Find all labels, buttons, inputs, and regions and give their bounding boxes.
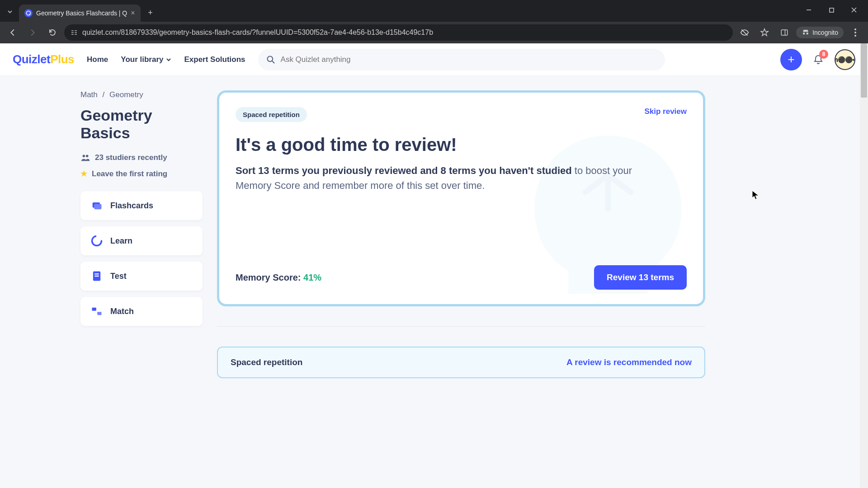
browser-titlebar: Geometry Basics Flashcards | Q × +: [0, 0, 868, 22]
match-button[interactable]: Match: [80, 297, 203, 326]
review-card: Spaced repetition Skip review It's a goo…: [217, 90, 705, 306]
breadcrumb: Math / Geometry: [80, 90, 203, 99]
banner-label: Spaced repetition: [231, 357, 302, 367]
svg-rect-19: [94, 204, 101, 210]
nav-home[interactable]: Home: [87, 55, 108, 64]
close-window-icon[interactable]: [844, 3, 864, 17]
search-input[interactable]: [281, 55, 657, 64]
divider: [217, 326, 705, 327]
svg-rect-24: [92, 308, 96, 311]
page-viewport: QuizletPlus Home Your library Expert Sol…: [0, 43, 868, 488]
review-description: Sort 13 terms you previously reviewed an…: [236, 163, 642, 193]
svg-rect-4: [75, 30, 77, 31]
svg-rect-7: [71, 34, 74, 34]
browser-menu-icon[interactable]: [847, 24, 863, 41]
back-button[interactable]: [5, 24, 21, 41]
test-button[interactable]: Test: [80, 262, 203, 291]
nav-your-library[interactable]: Your library: [121, 55, 171, 64]
svg-rect-8: [75, 34, 77, 34]
review-recommended-banner[interactable]: Spaced repetition A review is recommende…: [217, 347, 705, 378]
svg-point-20: [92, 236, 102, 246]
svg-rect-3: [71, 30, 74, 31]
create-button[interactable]: +: [780, 49, 802, 70]
breadcrumb-geometry[interactable]: Geometry: [109, 90, 143, 99]
people-icon: [80, 153, 90, 163]
studiers-row: 23 studiers recently: [80, 153, 203, 163]
svg-point-14: [267, 56, 273, 61]
minimize-window-icon[interactable]: [798, 3, 819, 17]
nav-expert-solutions[interactable]: Expert Solutions: [184, 55, 245, 64]
star-icon: ★: [80, 169, 87, 178]
address-bar[interactable]: quizlet.com/818679339/geometry-basics-fl…: [64, 24, 733, 41]
reload-button[interactable]: [44, 24, 61, 41]
search-icon: [266, 55, 275, 64]
memory-score: Memory Score: 41%: [236, 272, 321, 283]
forward-button[interactable]: [24, 24, 41, 41]
spaced-repetition-chip: Spaced repetition: [236, 107, 307, 122]
main-content: Spaced repetition Skip review It's a goo…: [217, 90, 705, 378]
incognito-indicator[interactable]: Incognito: [796, 27, 844, 38]
quizlet-favicon-icon: [24, 9, 33, 17]
svg-rect-2: [830, 8, 834, 12]
match-icon: [90, 305, 103, 318]
browser-tab[interactable]: Geometry Basics Flashcards | Q ×: [19, 5, 141, 22]
site-settings-icon[interactable]: [71, 29, 78, 36]
svg-point-11: [854, 28, 856, 30]
svg-point-13: [854, 35, 856, 37]
quizlet-logo[interactable]: QuizletPlus: [13, 52, 74, 66]
close-tab-icon[interactable]: ×: [131, 9, 135, 17]
search-box[interactable]: [258, 49, 665, 70]
svg-rect-22: [94, 273, 99, 274]
scrollbar-thumb[interactable]: [861, 43, 867, 98]
incognito-icon: [802, 28, 810, 37]
tracking-icon[interactable]: [736, 24, 753, 41]
browser-toolbar: quizlet.com/818679339/geometry-basics-fl…: [0, 22, 868, 43]
svg-rect-25: [97, 312, 101, 315]
url-text: quizlet.com/818679339/geometry-basics-fl…: [82, 28, 433, 37]
svg-point-12: [854, 32, 856, 33]
app-header: QuizletPlus Home Your library Expert Sol…: [0, 43, 868, 76]
tab-search-dropdown[interactable]: [4, 5, 16, 18]
flashcards-icon: [90, 199, 103, 212]
user-avatar[interactable]: n⚫⚫<: [835, 49, 855, 70]
svg-point-17: [86, 155, 89, 158]
scrollbar-track[interactable]: [860, 43, 868, 488]
maximize-window-icon[interactable]: [821, 3, 842, 17]
side-panel-icon[interactable]: [776, 24, 793, 41]
page-title: Geometry Basics: [80, 107, 203, 142]
svg-rect-6: [75, 32, 77, 33]
svg-rect-9: [781, 30, 788, 35]
sidebar: Math / Geometry Geometry Basics 23 studi…: [22, 90, 203, 378]
notification-badge: 8: [819, 50, 828, 59]
svg-rect-23: [94, 276, 99, 277]
svg-line-15: [272, 61, 274, 63]
svg-point-16: [83, 155, 85, 158]
review-terms-button[interactable]: Review 13 terms: [594, 265, 687, 290]
learn-button[interactable]: Learn: [80, 226, 203, 255]
breadcrumb-math[interactable]: Math: [80, 90, 98, 99]
svg-rect-5: [71, 32, 74, 33]
new-tab-button[interactable]: +: [143, 5, 158, 20]
review-title: It's a good time to review!: [236, 135, 687, 155]
learn-icon: [90, 235, 103, 247]
rating-row[interactable]: ★ Leave the first rating: [80, 169, 203, 178]
test-icon: [90, 270, 103, 282]
banner-message: A review is recommended now: [566, 357, 692, 367]
bookmark-star-icon[interactable]: [756, 24, 773, 41]
avatar-face-icon: n⚫⚫<: [835, 56, 855, 63]
chevron-down-icon: [166, 57, 171, 62]
flashcards-button[interactable]: Flashcards: [80, 191, 203, 220]
tab-title: Geometry Basics Flashcards | Q: [36, 9, 127, 17]
